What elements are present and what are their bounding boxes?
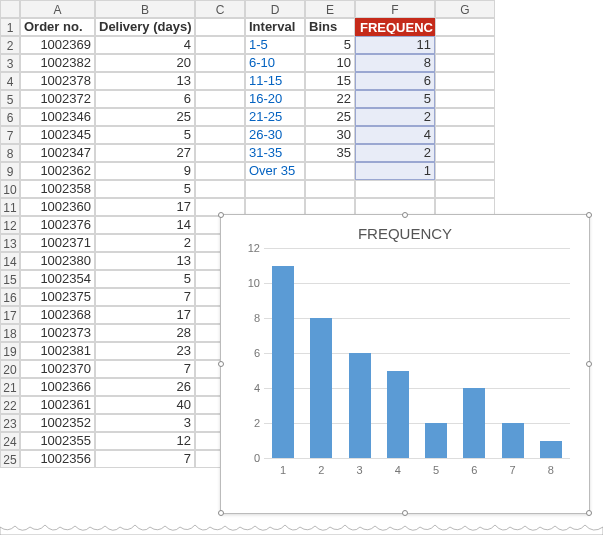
cell-G5[interactable] [435, 90, 495, 108]
cell-F8-selected[interactable]: 2 [355, 144, 435, 162]
cell-F7-selected[interactable]: 4 [355, 126, 435, 144]
cell-A21[interactable]: 1002366 [20, 378, 95, 396]
cell-B18[interactable]: 28 [95, 324, 195, 342]
resize-handle[interactable] [586, 212, 592, 218]
cell-A11[interactable]: 1002360 [20, 198, 95, 216]
cell-B16[interactable]: 7 [95, 288, 195, 306]
row-header-20[interactable]: 20 [0, 360, 20, 378]
cell-F6-selected[interactable]: 2 [355, 108, 435, 126]
cell-C2[interactable] [195, 36, 245, 54]
cell-B3[interactable]: 20 [95, 54, 195, 72]
cell-B13[interactable]: 2 [95, 234, 195, 252]
cell-B23[interactable]: 3 [95, 414, 195, 432]
chart-bar-6[interactable] [463, 388, 485, 458]
cell-C9[interactable] [195, 162, 245, 180]
cell-F9-selected[interactable]: 1 [355, 162, 435, 180]
cell-D3[interactable]: 6-10 [245, 54, 305, 72]
cell-C8[interactable] [195, 144, 245, 162]
row-header-12[interactable]: 12 [0, 216, 20, 234]
cell-A10[interactable]: 1002358 [20, 180, 95, 198]
col-header-D[interactable]: D [245, 0, 305, 18]
cell-A24[interactable]: 1002355 [20, 432, 95, 450]
cell-G1[interactable] [435, 18, 495, 36]
col-header-E[interactable]: E [305, 0, 355, 18]
cell-A1[interactable]: Order no. [20, 18, 95, 36]
col-header-G[interactable]: G [435, 0, 495, 18]
cell-B5[interactable]: 6 [95, 90, 195, 108]
cell-C1[interactable] [195, 18, 245, 36]
cell-E3[interactable]: 10 [305, 54, 355, 72]
cell-E6[interactable]: 25 [305, 108, 355, 126]
row-header-16[interactable]: 16 [0, 288, 20, 306]
cell-E7[interactable]: 30 [305, 126, 355, 144]
cell-G2[interactable] [435, 36, 495, 54]
cell-B12[interactable]: 14 [95, 216, 195, 234]
row-header-2[interactable]: 2 [0, 36, 20, 54]
cell-A18[interactable]: 1002373 [20, 324, 95, 342]
cell-E1[interactable]: Bins [305, 18, 355, 36]
resize-handle[interactable] [218, 212, 224, 218]
cell-B2[interactable]: 4 [95, 36, 195, 54]
chart-bar-3[interactable] [349, 353, 371, 458]
cell-D9[interactable]: Over 35 [245, 162, 305, 180]
cell-B22[interactable]: 40 [95, 396, 195, 414]
cell-G4[interactable] [435, 72, 495, 90]
resize-handle[interactable] [586, 510, 592, 516]
cell-A13[interactable]: 1002371 [20, 234, 95, 252]
cell-B4[interactable]: 13 [95, 72, 195, 90]
cell-F2-selected[interactable]: 11 [355, 36, 435, 54]
cell-B7[interactable]: 5 [95, 126, 195, 144]
cell-B20[interactable]: 7 [95, 360, 195, 378]
cell-B14[interactable]: 13 [95, 252, 195, 270]
cell-A12[interactable]: 1002376 [20, 216, 95, 234]
cell-E10[interactable] [305, 180, 355, 198]
cell-D2[interactable]: 1-5 [245, 36, 305, 54]
cell-A7[interactable]: 1002345 [20, 126, 95, 144]
cell-C4[interactable] [195, 72, 245, 90]
row-header-7[interactable]: 7 [0, 126, 20, 144]
cell-D4[interactable]: 11-15 [245, 72, 305, 90]
select-all-corner[interactable] [0, 0, 20, 18]
cell-E9[interactable] [305, 162, 355, 180]
cell-G9[interactable] [435, 162, 495, 180]
cell-A19[interactable]: 1002381 [20, 342, 95, 360]
row-header-22[interactable]: 22 [0, 396, 20, 414]
resize-handle[interactable] [218, 361, 224, 367]
cell-G3[interactable] [435, 54, 495, 72]
cell-A8[interactable]: 1002347 [20, 144, 95, 162]
cell-B17[interactable]: 17 [95, 306, 195, 324]
cell-B25[interactable]: 7 [95, 450, 195, 468]
cell-B21[interactable]: 26 [95, 378, 195, 396]
cell-D7[interactable]: 26-30 [245, 126, 305, 144]
col-header-A[interactable]: A [20, 0, 95, 18]
cell-F4-selected[interactable]: 6 [355, 72, 435, 90]
chart-bar-8[interactable] [540, 441, 562, 459]
cell-A16[interactable]: 1002375 [20, 288, 95, 306]
row-header-10[interactable]: 10 [0, 180, 20, 198]
chart-bar-1[interactable] [272, 266, 294, 459]
cell-A5[interactable]: 1002372 [20, 90, 95, 108]
cell-B19[interactable]: 23 [95, 342, 195, 360]
cell-G8[interactable] [435, 144, 495, 162]
cell-A17[interactable]: 1002368 [20, 306, 95, 324]
cell-G10[interactable] [435, 180, 495, 198]
row-header-1[interactable]: 1 [0, 18, 20, 36]
cell-D6[interactable]: 21-25 [245, 108, 305, 126]
chart-bar-7[interactable] [502, 423, 524, 458]
chart-bar-5[interactable] [425, 423, 447, 458]
cell-A20[interactable]: 1002370 [20, 360, 95, 378]
col-header-C[interactable]: C [195, 0, 245, 18]
resize-handle[interactable] [218, 510, 224, 516]
cell-C5[interactable] [195, 90, 245, 108]
row-header-6[interactable]: 6 [0, 108, 20, 126]
cell-F1-selected-header[interactable]: FREQUENCY [355, 18, 435, 36]
cell-A6[interactable]: 1002346 [20, 108, 95, 126]
chart-bar-2[interactable] [310, 318, 332, 458]
cell-A25[interactable]: 1002356 [20, 450, 95, 468]
resize-handle[interactable] [586, 361, 592, 367]
cell-B8[interactable]: 27 [95, 144, 195, 162]
row-header-18[interactable]: 18 [0, 324, 20, 342]
cell-C3[interactable] [195, 54, 245, 72]
cell-A22[interactable]: 1002361 [20, 396, 95, 414]
cell-A2[interactable]: 1002369 [20, 36, 95, 54]
